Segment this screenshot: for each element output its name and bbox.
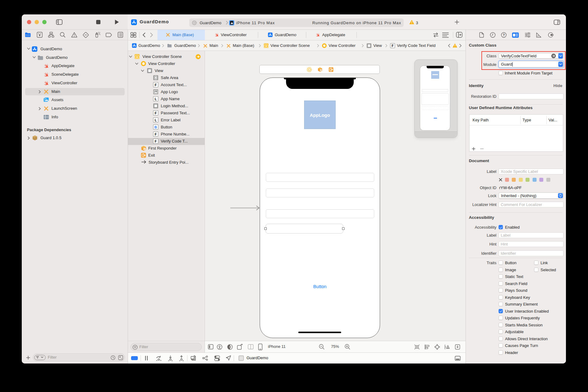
svg-text:F: F (392, 44, 394, 48)
svg-text:1: 1 (144, 148, 145, 150)
svg-text:1: 1 (320, 69, 322, 71)
svg-text:?: ? (503, 33, 505, 37)
